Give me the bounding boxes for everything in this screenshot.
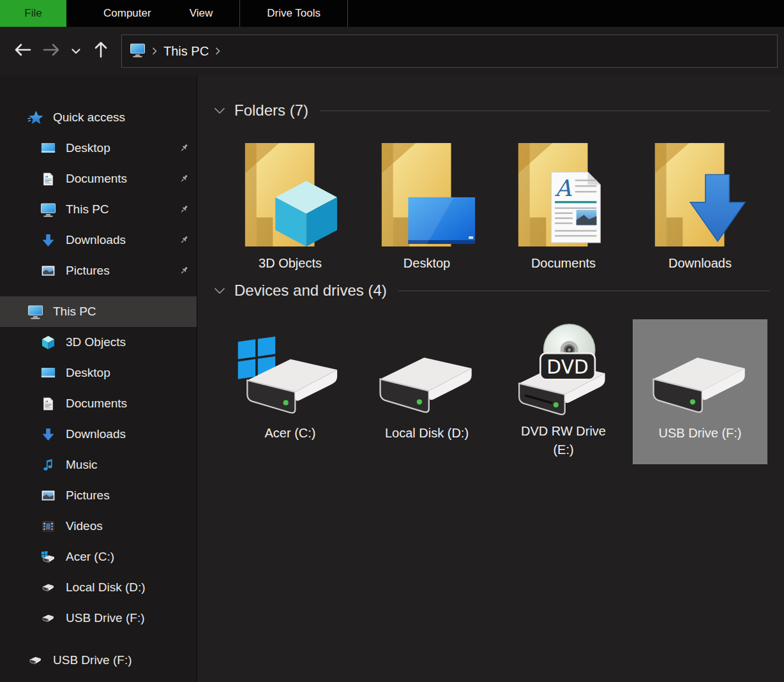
items-view: Folders (7) 3D Objects Desktop A Documen… xyxy=(197,75,784,682)
sidebar-item-desktop-pc[interactable]: Desktop xyxy=(0,358,197,388)
sidebar-item-label: Acer (C:) xyxy=(66,550,114,564)
tile-label: Documents xyxy=(531,254,596,273)
documents-icon xyxy=(40,172,57,186)
recent-locations-button[interactable] xyxy=(65,37,87,65)
sidebar-item-label: Local Disk (D:) xyxy=(66,580,146,595)
file-menu-button[interactable]: File xyxy=(0,0,66,27)
downloads-folder-icon xyxy=(650,140,751,248)
pin-icon xyxy=(179,174,189,184)
chevron-down-icon xyxy=(72,45,80,57)
folder-tile-3d-objects[interactable]: 3D Objects xyxy=(223,137,358,272)
pin-icon xyxy=(179,266,189,276)
quick-access-star-icon xyxy=(27,110,44,125)
group-title: Folders (7) xyxy=(234,102,308,119)
pictures-icon xyxy=(40,490,57,501)
sidebar-item-videos[interactable]: Videos xyxy=(0,511,197,542)
sidebar-item-label: This PC xyxy=(53,305,96,319)
sidebar-item-label: Desktop xyxy=(66,141,110,155)
tile-label: Desktop xyxy=(403,254,450,273)
drive-tile-acer-c[interactable]: Acer (C:) xyxy=(223,319,358,464)
3d-objects-folder-icon xyxy=(240,140,341,248)
drive-tile-dvd-rw-e[interactable]: DVD DVD RW Drive (E:) xyxy=(496,319,631,464)
sidebar-item-usb-drive-root[interactable]: USB Drive (F:) xyxy=(0,645,197,676)
tile-label: 3D Objects xyxy=(259,254,322,273)
group-title: Devices and drives (4) xyxy=(234,282,387,299)
navigation-bar: This PC xyxy=(0,27,784,75)
sidebar-item-music[interactable]: Music xyxy=(0,450,197,480)
music-icon xyxy=(40,458,57,472)
tab-drive-tools[interactable]: Drive Tools xyxy=(239,0,348,27)
system-drive-icon xyxy=(234,323,347,418)
hard-drive-icon xyxy=(377,323,478,418)
pin-icon xyxy=(179,143,189,153)
svg-text:A: A xyxy=(554,175,572,201)
folder-tile-documents[interactable]: A Documents xyxy=(496,137,631,272)
group-divider xyxy=(320,110,770,111)
system-drive-icon xyxy=(40,551,57,563)
back-button[interactable] xyxy=(9,37,37,65)
breadcrumb[interactable]: This PC xyxy=(163,44,209,59)
sidebar-item-acer-c[interactable]: Acer (C:) xyxy=(0,542,197,572)
desktop-folder-icon xyxy=(377,140,478,248)
this-pc-icon xyxy=(27,305,44,319)
group-header-folders[interactable]: Folders (7) xyxy=(206,98,774,123)
sidebar-item-label: Downloads xyxy=(66,427,126,441)
sidebar-item-downloads[interactable]: Downloads xyxy=(0,225,197,255)
desktop-icon xyxy=(40,142,57,154)
sidebar-item-label: Documents xyxy=(66,172,127,186)
sidebar-item-quick-access[interactable]: Quick access xyxy=(0,102,197,133)
collapse-chevron-icon xyxy=(214,107,225,114)
tile-label: Local Disk (D:) xyxy=(385,424,469,443)
tile-label: DVD RW Drive (E:) xyxy=(509,422,618,459)
sidebar-item-label: This PC xyxy=(66,202,109,216)
sidebar-item-documents[interactable]: Documents xyxy=(0,163,197,194)
sidebar-item-label: Documents xyxy=(66,397,127,411)
sidebar-item-label: Pictures xyxy=(66,489,110,503)
sidebar-item-this-pc[interactable]: This PC xyxy=(0,296,197,327)
sidebar-item-downloads-pc[interactable]: Downloads xyxy=(0,419,197,450)
sidebar-item-documents-pc[interactable]: Documents xyxy=(0,388,197,419)
downloads-icon xyxy=(40,428,57,441)
sidebar-item-pictures-pc[interactable]: Pictures xyxy=(0,480,197,511)
dvd-drive-icon: DVD xyxy=(510,323,617,416)
tab-computer[interactable]: Computer xyxy=(84,0,170,27)
group-header-devices[interactable]: Devices and drives (4) xyxy=(206,278,774,303)
drive-icon xyxy=(27,656,44,665)
this-pc-icon xyxy=(130,43,146,60)
videos-icon xyxy=(40,521,57,532)
breadcrumb-chevron-icon xyxy=(215,47,220,55)
tab-view[interactable]: View xyxy=(170,0,232,27)
sidebar-item-label: Pictures xyxy=(66,264,110,278)
tile-label: Downloads xyxy=(668,254,732,273)
sidebar-item-label: Downloads xyxy=(66,233,126,247)
this-pc-icon xyxy=(40,202,57,217)
sidebar-item-3d-objects[interactable]: 3D Objects xyxy=(0,327,197,358)
desktop-icon xyxy=(40,367,57,379)
folder-tile-desktop[interactable]: Desktop xyxy=(359,137,494,272)
address-bar[interactable]: This PC xyxy=(121,34,778,68)
forward-button[interactable] xyxy=(37,37,65,65)
tile-label: USB Drive (F:) xyxy=(659,424,742,443)
documents-folder-icon: A xyxy=(513,140,614,248)
sidebar-item-pictures[interactable]: Pictures xyxy=(0,255,197,286)
3d-objects-icon xyxy=(40,335,57,350)
forward-arrow-icon xyxy=(42,43,60,59)
sidebar-item-local-disk-d[interactable]: Local Disk (D:) xyxy=(0,572,197,603)
back-arrow-icon xyxy=(14,43,32,59)
sidebar-item-label: Music xyxy=(66,458,98,472)
documents-icon xyxy=(40,397,57,411)
sidebar-item-usb-drive-f[interactable]: USB Drive (F:) xyxy=(0,603,197,633)
drive-tile-usb-f[interactable]: USB Drive (F:) xyxy=(633,319,767,464)
pictures-icon xyxy=(40,266,57,276)
drive-icon xyxy=(40,614,57,623)
sidebar-item-desktop[interactable]: Desktop xyxy=(0,133,197,163)
sidebar-item-this-pc-pinned[interactable]: This PC xyxy=(0,194,197,225)
sidebar-item-label: Videos xyxy=(66,519,103,533)
up-button[interactable] xyxy=(87,37,115,65)
sidebar-item-label: Quick access xyxy=(53,110,125,125)
pin-icon xyxy=(179,204,189,215)
drive-tile-local-disk-d[interactable]: Local Disk (D:) xyxy=(359,319,494,464)
folder-tile-downloads[interactable]: Downloads xyxy=(633,137,767,272)
up-arrow-icon xyxy=(94,41,108,61)
downloads-icon xyxy=(40,234,57,247)
